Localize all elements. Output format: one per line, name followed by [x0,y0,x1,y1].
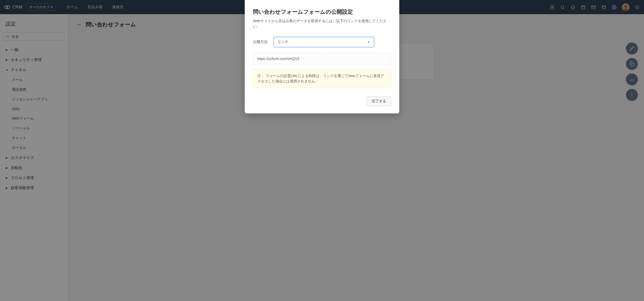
note-text: フォームの設置URLによる制限は、リンクを通じてWebフォームに直接アクセスした… [257,74,384,83]
modal-note: 注： フォームの設置URLによる制限は、リンクを通じてWebフォームに直接アクセ… [253,69,391,88]
done-button[interactable]: 完了する [367,96,391,106]
chevron-down-icon: ▼ [367,40,370,44]
publish-method-label: 公開方法 [253,40,268,44]
publish-url-box[interactable]: https://zcform.com/vHQVZ [253,53,391,65]
publish-settings-modal: 問い合わせフォームフォームの公開設定 Webサイトから見込み客のデータを取得する… [245,0,399,113]
modal-title: 問い合わせフォームフォームの公開設定 [253,8,391,15]
publish-method-select[interactable]: リンク ▼ [274,37,374,47]
publish-method-value: リンク [277,40,288,44]
modal-subtitle: Webサイトから見込み客のデータを取得するには、以下のリンクを使用してください。 [253,18,391,30]
note-label: 注： [257,74,265,78]
